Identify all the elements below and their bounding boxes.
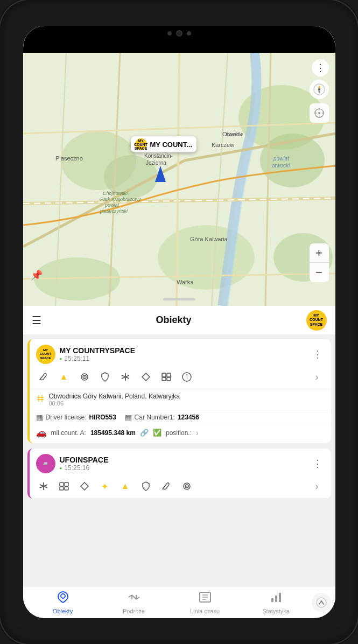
nav-linia-label: Linia czasu [190,608,220,614]
map-background: Piaseczno Konstancin- Jeziorna Otwock Ka… [23,53,335,306]
svg-marker-49 [142,373,150,381]
header-space-badge[interactable]: MYCOUNTSPACE [306,310,327,331]
card-2-name: UFOINSPACE [60,456,109,464]
map-locate-button[interactable] [310,103,329,123]
svg-line-74 [132,595,136,599]
notch-camera [176,30,182,37]
nav-podroze[interactable]: Podróże [99,591,170,614]
card-2-title-group: UFOINSPACE 15:25:16 [60,456,109,472]
card-2-icon-signal[interactable] [179,479,194,494]
svg-rect-67 [65,487,68,490]
card-1-detail-row: ▦ Driver license: HIRO553 ▤ Car Number1:… [30,410,331,425]
card-2-header-left: 🚐 UFOINSPACE 15:25:16 [36,454,109,473]
notch-speaker [167,31,172,36]
object-card-2: 🚐 UFOINSPACE 15:25:16 ⋮ [27,449,331,499]
card-1-icon-asterisk[interactable] [118,369,133,384]
card-1-header-left: MYCOUNTSPACE MY COUNTRYSPACE 15:25:11 [36,345,136,364]
map-compass-button[interactable] [310,80,329,99]
svg-text:Józefów: Józefów [225,132,243,137]
card-2-icon-asterisk[interactable] [36,479,51,494]
nav-statystyka-label: Statystyka [262,608,290,614]
svg-rect-84 [279,593,281,602]
nav-linia[interactable]: Linia czasu [170,591,241,614]
card-1-title-group: MY COUNTRYSPACE 15:25:11 [60,346,136,362]
svg-text:Jeziorna: Jeziorna [146,160,166,166]
card-1-icon-route[interactable] [36,369,51,384]
card-1-icon-grid[interactable] [159,369,174,384]
card-1-mileage-row: 🚗 mil.count. A: 185495.348 km 🔗 ✅ positi… [30,425,331,443]
card-2-icon-diamond[interactable] [77,479,92,494]
svg-text:powiat: powiat [273,156,290,162]
svg-point-38 [318,112,320,114]
card-1-mileage-value: 185495.348 km [90,429,136,437]
svg-rect-82 [271,598,273,602]
card-1-mileage-chevron[interactable]: › [196,429,199,437]
svg-text:Park Krajobrazowy: Park Krajobrazowy [100,197,141,202]
svg-text:Piaseczno: Piaseczno [55,155,83,162]
svg-text:piaseczyński: piaseczyński [100,208,128,214]
svg-rect-65 [65,482,68,486]
card-2-icon-row: ✦ ▲ › [30,477,331,499]
phone-inner: Piaseczno Konstancin- Jeziorna Otwock Ka… [23,26,335,618]
nav-statystyka-icon [270,591,283,607]
card-2-chevron[interactable]: › [310,479,325,494]
card-2-more-button[interactable]: ⋮ [311,456,325,472]
object-card-1: MYCOUNTSPACE MY COUNTRYSPACE 15:25:11 ⋮ [27,339,331,443]
card-1-car-value: 123456 [178,414,199,421]
phone-frame: Piaseczno Konstancin- Jeziorna Otwock Ka… [0,0,358,644]
map-label-text: MY COUNT... [150,141,193,149]
card-2-header: 🚐 UFOINSPACE 15:25:16 ⋮ [30,449,331,477]
card-2-icon-star[interactable]: ✦ [97,479,113,494]
notch-sensor [187,31,191,36]
page-title: Obiekty [156,314,191,326]
svg-point-85 [317,598,326,607]
nav-obiekty[interactable]: Obiekty [27,591,99,614]
map-zoom-out-button[interactable]: − [310,263,329,282]
card-2-icon-route[interactable] [159,479,174,494]
card-2-icon-grid[interactable] [57,479,72,494]
map-scroll-indicator [163,298,195,300]
svg-text:Góra Kalwaria: Góra Kalwaria [190,236,228,242]
card-1-position-label: position.: [166,429,192,437]
card-1-car-item: ▤ Car Number1: 123456 [125,413,199,422]
card-2-icon-navigate[interactable]: ▲ [118,479,133,494]
svg-text:Warka: Warka [177,279,194,285]
card-2-time: 15:25:16 [60,464,109,472]
map-more-button[interactable]: ⋮ [312,59,329,76]
card-1-icon-signal[interactable] [77,369,92,384]
map-zoom-in-button[interactable]: + [310,243,329,263]
svg-point-36 [318,88,320,90]
card-1-car-icon: ▤ [125,413,132,422]
nav-podroze-label: Podróże [123,608,145,614]
card-2-avatar: 🚐 [36,454,55,473]
card-1-location-time: 00:06 [49,400,180,407]
nav-scroll-up-button[interactable] [312,593,331,612]
card-1-chevron[interactable]: › [310,369,325,384]
menu-icon[interactable]: ☰ [32,314,41,327]
svg-marker-68 [81,482,88,490]
svg-text:Chojnowski: Chojnowski [103,191,128,196]
svg-rect-50 [162,373,166,377]
nav-statystyka[interactable]: Statystyka [241,591,312,614]
card-1-driver-label: Driver license: [46,414,87,421]
map-label-bubble[interactable]: MYCOUNTSPACE MY COUNT... [131,136,197,152]
notch-cutout [144,26,214,41]
nav-podroze-icon [128,591,141,607]
map-pin-icon: 📌 [31,269,46,284]
card-1-icon-navigate[interactable]: ▲ [57,369,72,384]
card-1-icon-info[interactable]: i [179,369,194,384]
svg-point-71 [186,486,187,487]
card-1-avatar: MYCOUNTSPACE [36,345,55,364]
svg-point-45 [84,376,85,377]
card-1-more-button[interactable]: ⋮ [311,346,325,362]
card-1-icon-diamond[interactable] [138,369,153,384]
objects-list: MYCOUNTSPACE MY COUNTRYSPACE 15:25:11 ⋮ [23,335,335,586]
card-1-icon-shield[interactable] [97,369,113,384]
card-2-icon-shield[interactable] [138,479,153,494]
card-1-link-icon: 🔗 [140,429,149,437]
phone-notch [23,26,335,53]
card-1-header: MYCOUNTSPACE MY COUNTRYSPACE 15:25:11 ⋮ [30,339,331,367]
card-1-icon-row: ▲ [30,367,331,389]
nav-obiekty-icon [57,591,69,607]
svg-rect-66 [60,487,64,490]
